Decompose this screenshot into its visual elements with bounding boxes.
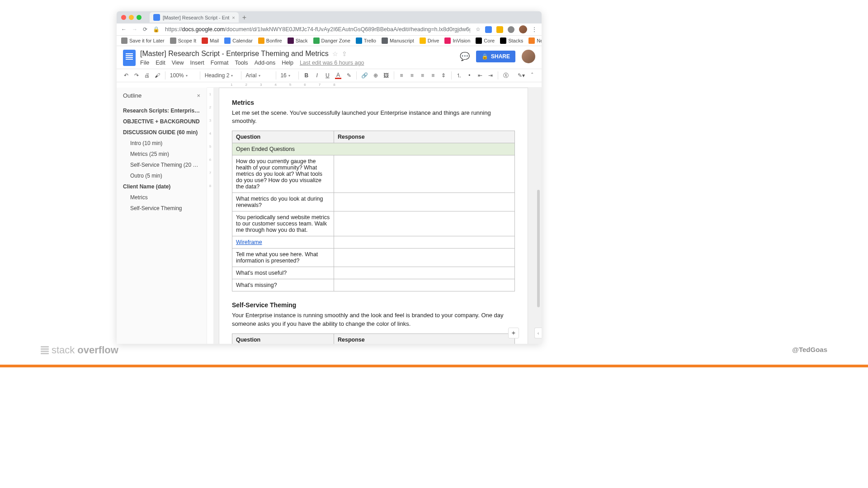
bookmark-star-icon[interactable]: ☆ <box>476 26 481 33</box>
print-button[interactable]: 🖨 <box>144 72 150 79</box>
italic-button[interactable]: I <box>314 72 320 79</box>
new-tab-button[interactable]: + <box>242 14 246 22</box>
undo-button[interactable]: ↶ <box>123 72 129 79</box>
menu-edit[interactable]: Edit <box>156 60 165 66</box>
side-panel-toggle[interactable]: ‹ <box>534 328 542 338</box>
close-outline-button[interactable]: × <box>197 92 200 99</box>
clear-format-button[interactable]: Ⓧ <box>503 72 509 79</box>
maximize-window-button[interactable] <box>137 15 142 20</box>
response-cell[interactable] <box>334 211 515 236</box>
bookmark-item[interactable]: Bonfire <box>258 38 282 44</box>
scrollbar-thumb[interactable] <box>537 190 540 307</box>
align-left-button[interactable]: ≡ <box>398 72 404 79</box>
bookmark-item[interactable]: Stacks <box>500 38 523 44</box>
bookmark-item[interactable]: Slack <box>288 38 308 44</box>
minimize-window-button[interactable] <box>129 15 134 20</box>
bookmark-item[interactable]: Scope It <box>170 38 196 44</box>
outline-item[interactable]: DISCUSSION GUIDE (60 min) <box>123 127 200 138</box>
underline-button[interactable]: U <box>325 72 330 79</box>
extension-icon[interactable] <box>508 26 514 33</box>
star-icon[interactable]: ☆ <box>332 50 338 57</box>
indent-dec-button[interactable]: ⇤ <box>477 72 483 79</box>
outline-item[interactable]: Outro (5 min) <box>123 170 200 181</box>
indent-inc-button[interactable]: ⇥ <box>487 72 493 79</box>
document-title[interactable]: [Master] Research Script - Enterprise Th… <box>140 50 329 58</box>
fontsize-select[interactable]: 16▾ <box>280 72 294 79</box>
menu-view[interactable]: View <box>172 60 184 66</box>
bookmark-item[interactable]: Drive <box>420 38 439 44</box>
zoom-select[interactable]: 100%▾ <box>170 72 195 79</box>
menu-insert[interactable]: Insert <box>190 60 204 66</box>
bookmark-item[interactable]: Calendar <box>224 38 253 44</box>
outline-item[interactable]: Client Name (date) <box>123 181 200 192</box>
align-center-button[interactable]: ≡ <box>409 72 415 79</box>
align-justify-button[interactable]: ≡ <box>430 72 436 79</box>
url-input[interactable]: https://docs.google.com/document/d/1IwkN… <box>165 26 470 33</box>
close-tab-icon[interactable]: × <box>232 15 235 20</box>
extension-icon[interactable] <box>485 26 492 33</box>
response-cell[interactable] <box>334 193 515 211</box>
font-select[interactable]: Arial▾ <box>246 72 271 79</box>
bookmark-label: New Stacks <box>537 38 542 43</box>
outline-item[interactable]: Self-Service Theming (20 min) <box>123 160 200 170</box>
outline-item[interactable]: Intro (10 min) <box>123 138 200 149</box>
last-edit-label[interactable]: Last edit was 6 hours ago <box>300 60 364 66</box>
profile-avatar[interactable] <box>519 25 527 33</box>
bookmark-item[interactable]: Core <box>476 38 495 44</box>
outline-item[interactable]: Metrics <box>123 192 200 203</box>
menu-file[interactable]: File <box>140 60 149 66</box>
line-spacing-button[interactable]: ⇕ <box>440 72 446 79</box>
wireframe-link[interactable]: Wireframe <box>236 239 262 245</box>
bookmark-item[interactable]: New Stacks <box>528 38 542 44</box>
outline-item[interactable]: Research Scripts: Enterprise Sel… <box>123 105 200 116</box>
move-icon[interactable]: ⇪ <box>342 50 347 57</box>
numbered-list-button[interactable]: ⒈ <box>456 72 462 79</box>
site-lock-icon[interactable]: 🔒 <box>153 26 160 33</box>
bookmark-label: Trello <box>364 38 376 43</box>
highlight-button[interactable]: ✎ <box>346 72 352 79</box>
bookmark-item[interactable]: Manuscript <box>382 38 414 44</box>
response-cell[interactable] <box>334 267 515 279</box>
outline-item[interactable]: Self-Service Theming <box>123 203 200 214</box>
menu-icon[interactable]: ⋮ <box>532 26 537 33</box>
reload-button[interactable]: ⟳ <box>143 26 147 33</box>
bookmark-item[interactable]: Save it for Later <box>121 38 165 44</box>
link-button[interactable]: 🔗 <box>361 72 368 79</box>
menu-tools[interactable]: Tools <box>235 60 248 66</box>
comment-button[interactable]: ⊕ <box>373 72 378 79</box>
response-cell[interactable] <box>334 249 515 267</box>
response-cell[interactable] <box>334 155 515 193</box>
browser-tab[interactable]: [Master] Research Script - Ent × <box>150 12 239 23</box>
account-avatar[interactable] <box>522 50 535 63</box>
menu-format[interactable]: Format <box>211 60 229 66</box>
extension-icon[interactable] <box>496 26 503 33</box>
share-button[interactable]: 🔒 SHARE <box>476 51 515 62</box>
menu-help[interactable]: Help <box>282 60 293 66</box>
close-window-button[interactable] <box>121 15 126 20</box>
bulleted-list-button[interactable]: • <box>467 72 472 79</box>
outline-item[interactable]: OBJECTIVE + BACKGROUND <box>123 116 200 127</box>
bold-button[interactable]: B <box>303 72 309 79</box>
bookmark-item[interactable]: Mail <box>202 38 219 44</box>
paint-format-button[interactable]: 🖌 <box>155 72 160 79</box>
bookmark-item[interactable]: Trello <box>356 38 376 44</box>
hide-menus-button[interactable]: ˆ <box>529 72 535 79</box>
align-right-button[interactable]: ≡ <box>420 72 425 79</box>
editing-mode-button[interactable]: ✎▾ <box>518 72 525 79</box>
comments-icon[interactable]: 💬 <box>460 52 470 61</box>
response-cell[interactable] <box>334 279 515 291</box>
outline-item[interactable]: Metrics (25 min) <box>123 149 200 160</box>
style-select[interactable]: Heading 2▾ <box>205 72 236 79</box>
menu-add-ons[interactable]: Add-ons <box>255 60 276 66</box>
response-cell[interactable] <box>334 236 515 249</box>
docs-logo-icon[interactable] <box>123 50 136 66</box>
document-canvas[interactable]: Metrics Let me set the scene. You've suc… <box>213 88 542 344</box>
image-button[interactable]: 🖼 <box>383 72 389 79</box>
explore-button[interactable]: ✦ <box>508 328 519 338</box>
redo-button[interactable]: ↷ <box>133 72 139 79</box>
back-button[interactable]: ← <box>121 26 127 33</box>
bookmark-item[interactable]: InVision <box>444 38 470 44</box>
text-color-button[interactable]: A <box>335 72 341 79</box>
forward-button[interactable]: → <box>132 26 137 33</box>
bookmark-item[interactable]: Danger Zone <box>313 38 350 44</box>
